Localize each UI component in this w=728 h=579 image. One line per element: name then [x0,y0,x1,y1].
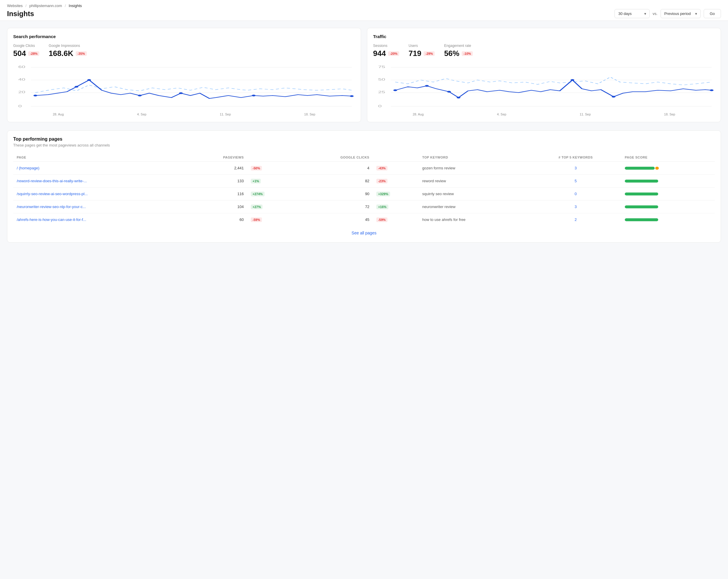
col-top-keyword: TOP KEYWORD [419,153,530,162]
traffic-x-labels: 28. Aug 4. Sep 11. Sep 18. Sep [373,112,715,116]
x-label-1: 28. Aug [53,112,63,116]
col-google-clicks: GOOGLE CLICKS [293,153,373,162]
score-bar-cell [621,200,715,213]
google-impressions-badge: -35% [76,51,87,56]
search-performance-title: Search performance [13,34,355,39]
top5-cell: 3 [530,162,621,175]
gc-badge-cell: -43% [373,162,419,175]
svg-text:25: 25 [378,90,385,94]
col-page-score: PAGE SCORE [621,153,715,162]
traffic-x-label-2: 4. Sep [497,112,506,116]
col-page: PAGE [13,153,186,162]
breadcrumb-websites[interactable]: Websites [7,3,23,8]
search-x-labels: 28. Aug 4. Sep 11. Sep 18. Sep [13,112,355,116]
pv-badge-cell: +1% [247,175,293,188]
table-row: /neuronwriter-review-seo-nlp-for-your-c.… [13,200,715,213]
google-clicks-cell: 90 [293,188,373,200]
sessions-label: Sessions [373,44,399,48]
breadcrumb-sep1: / [26,3,27,8]
top-keyword-cell: squirrly seo review [419,188,530,200]
page-link-cell[interactable]: /ahrefs-here-is-how-you-can-use-it-for-f… [13,213,186,226]
svg-point-10 [87,79,91,81]
page-link-cell[interactable]: /neuronwriter-review-seo-nlp-for-your-c.… [13,200,186,213]
pv-badge-cell: -50% [247,162,293,175]
page-link-cell[interactable]: / (homepage) [13,162,186,175]
svg-point-8 [33,94,37,96]
compare-select[interactable]: Previous period Previous year [660,9,701,18]
pv-badge-cell: +274% [247,188,293,200]
pageviews-cell: 2,441 [186,162,247,175]
top-keyword-cell: reword review [419,175,530,188]
page-link-cell[interactable]: /reword-review-does-this-ai-really-write… [13,175,186,188]
traffic-card: Traffic Sessions 944 -20% Users 719 -29% [367,28,721,122]
svg-point-14 [350,95,354,97]
google-impressions-metric: Google Impressions 168.6K -35% [49,44,87,58]
sessions-badge: -20% [388,51,399,56]
svg-text:0: 0 [378,105,382,108]
gc-badge-cell: -23% [373,175,419,188]
svg-text:0: 0 [18,105,22,108]
google-clicks-cell: 45 [293,213,373,226]
table-header-row: PAGE PAGEVIEWS GOOGLE CLICKS TOP KEYWORD… [13,153,715,162]
top5-cell: 3 [530,200,621,213]
top5-cell: 2 [530,213,621,226]
svg-point-23 [393,89,397,91]
score-bar-cell [621,162,715,175]
google-impressions-label: Google Impressions [49,44,87,48]
svg-point-9 [75,86,78,88]
score-bar-cell [621,213,715,226]
pv-badge-cell: +27% [247,200,293,213]
compare-select-wrapper: Previous period Previous year ▼ [660,9,701,18]
breadcrumb-site[interactable]: phillipstemann.com [29,3,62,8]
top-keyword-cell: neuronwriter review [419,200,530,213]
table-row: /squirrly-seo-review-ai-seo-wordpress-pl… [13,188,715,200]
col-pageviews: PAGEVIEWS [186,153,247,162]
engagement-value: 56% [444,49,459,58]
svg-point-30 [710,89,713,91]
traffic-chart: 75 50 25 0 [373,64,715,111]
svg-text:75: 75 [378,65,385,68]
svg-text:60: 60 [18,65,25,68]
table-row: /ahrefs-here-is-how-you-can-use-it-for-f… [13,213,715,226]
svg-point-13 [252,94,256,96]
traffic-title: Traffic [373,34,715,39]
users-badge: -29% [423,51,435,56]
go-button[interactable]: Go [704,9,721,18]
gc-badge-cell: +329% [373,188,419,200]
pageviews-cell: 104 [186,200,247,213]
users-value: 719 [409,49,421,58]
period-select[interactable]: 7 days 14 days 30 days 90 days [615,9,650,18]
gc-badge-cell: +16% [373,200,419,213]
engagement-badge: -10% [462,51,473,56]
sessions-metric: Sessions 944 -20% [373,44,399,58]
svg-point-12 [179,92,183,94]
table-row: / (homepage) 2,441 -50% 4 -43% gozen for… [13,162,715,175]
pageviews-cell: 116 [186,188,247,200]
traffic-metrics: Sessions 944 -20% Users 719 -29% Engagem… [373,44,715,58]
svg-point-25 [447,91,451,92]
x-label-4: 18. Sep [304,112,315,116]
score-bar-cell [621,175,715,188]
top-keyword-cell: gozen forms review [419,162,530,175]
sessions-value: 944 [373,49,386,58]
see-all-pages-button[interactable]: See all pages [352,230,376,235]
table-row: /reword-review-does-this-ai-really-write… [13,175,715,188]
svg-point-24 [425,85,429,87]
traffic-x-label-4: 18. Sep [664,112,675,116]
top5-cell: 0 [530,188,621,200]
top5-cell: 5 [530,175,621,188]
google-clicks-value: 504 [13,49,26,58]
engagement-label: Engagement rate [444,44,473,48]
svg-text:50: 50 [378,78,385,81]
search-performance-metrics: Google Clicks 504 -28% Google Impression… [13,44,355,58]
top-pages-title: Top performing pages [13,137,715,142]
users-metric: Users 719 -29% [409,44,435,58]
pv-badge-cell: -59% [247,213,293,226]
col-pv-badge [247,153,293,162]
engagement-metric: Engagement rate 56% -10% [444,44,473,58]
svg-point-29 [612,96,615,98]
score-bar-cell [621,188,715,200]
top-pages-section: Top performing pages These pages get the… [7,130,721,243]
page-link-cell[interactable]: /squirrly-seo-review-ai-seo-wordpress-pl… [13,188,186,200]
search-performance-chart: 60 40 20 0 [13,64,355,111]
